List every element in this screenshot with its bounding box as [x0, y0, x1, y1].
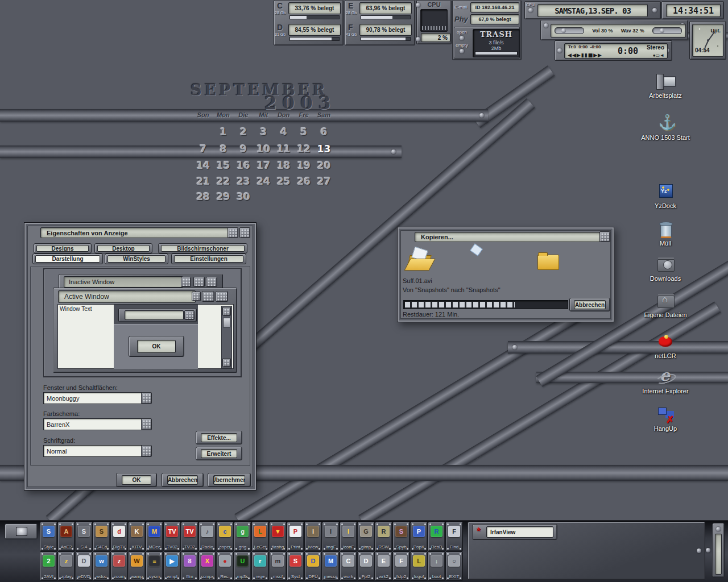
taskbar-scrollbar[interactable] [712, 523, 725, 577]
tab-bildschirmschoner[interactable]: Bildschirmschoner [158, 243, 247, 253]
combo-window-style[interactable]: Moonbuggy [43, 392, 151, 404]
preview-ok-button[interactable]: OK [129, 336, 184, 357]
desktop-icon-anchor[interactable]: ANNO 1503 Start [640, 115, 691, 142]
desktop-icon-computer[interactable]: Arbeitsplatz [640, 73, 691, 100]
dialog-close-button[interactable] [239, 227, 250, 238]
dock-item-zplay[interactable]: zzplay [57, 551, 75, 581]
preview-text-field[interactable] [118, 308, 197, 322]
dock-item-logof[interactable]: Llogof [410, 551, 428, 581]
dock-item-wdvd[interactable]: DwDVD [75, 551, 93, 581]
dock-item-iconf[interactable]: IIconF [340, 522, 357, 551]
dock-item-rec[interactable]: ●Rec. [216, 551, 234, 581]
dock-item-s4[interactable]: SS.4 [75, 522, 93, 551]
player-transport[interactable]: ◀◀▶▮▮■▶▶ [568, 52, 602, 58]
dock-item-find[interactable]: FFind [445, 522, 463, 551]
wave-slider[interactable] [652, 27, 682, 34]
dock-item-imgf[interactable]: IImgF [322, 522, 340, 551]
dialog-minimize-button[interactable] [228, 227, 238, 238]
dock-item-spyb[interactable]: SSpyb [392, 522, 410, 551]
preview-scrollbar[interactable] [221, 306, 232, 368]
button-abbrechen[interactable]: Abbrechen [162, 473, 204, 487]
dock-item-sysm[interactable]: ≡sysm [146, 551, 163, 581]
dock-item-coper[interactable]: ccoper [216, 522, 234, 551]
desktop-icon-netlcr[interactable]: netLCR [640, 333, 691, 360]
preview-window-button[interactable] [192, 292, 201, 301]
dock-item-popk[interactable]: PPopK [410, 522, 428, 551]
dock-item-zoom[interactable]: zzoom [110, 551, 128, 581]
dock-item-tv32[interactable]: TVTV32 [181, 522, 198, 551]
button-bernehmen[interactable]: Übernehmen [208, 473, 251, 487]
dock-item-mdec[interactable]: MMDec [146, 522, 163, 551]
dock-item-mp3s[interactable]: Ump3s [234, 551, 251, 581]
dock-item-aoe2[interactable]: AAoE2 [57, 522, 75, 551]
tab-desktop[interactable]: Desktop [94, 243, 152, 253]
combo-font-size[interactable]: Normal [43, 445, 151, 457]
preview-window-button[interactable] [202, 291, 214, 302]
tab-darstellung[interactable]: Darstellung [32, 253, 103, 264]
desktop-icon-trash[interactable]: Müll [640, 221, 691, 248]
desktop-icon-folder-home[interactable]: Eigene Dateien [640, 292, 691, 319]
volume-slider[interactable] [555, 27, 584, 34]
task-button-irfanview[interactable]: * IrfanView [472, 524, 557, 540]
dock-item-wmpl[interactable]: ▶wmpl [163, 551, 181, 581]
dock-item-iview[interactable]: iiview [304, 522, 322, 551]
dock-item-boot[interactable]: ↓boot [428, 551, 445, 581]
dock-item-leget[interactable]: LLeGet [251, 522, 269, 551]
trash-open-button[interactable] [460, 36, 464, 40]
desktop-icon-ie[interactable]: Internet Explorer [640, 368, 691, 396]
dock-item-rege[interactable]: rrege [251, 551, 269, 581]
combo-dropdown-button[interactable] [141, 418, 152, 430]
preview-window-button[interactable] [216, 291, 228, 302]
button-advanced[interactable]: Erweitert [196, 447, 242, 460]
dock-item-messg[interactable]: Mmessg [322, 551, 340, 581]
dock-item-film[interactable]: 8film [181, 551, 198, 581]
calendar-date: 24 [253, 176, 274, 187]
tab-designs[interactable]: Designs [34, 243, 92, 253]
dock-item-syst[interactable]: SSyst [287, 551, 304, 581]
dock-item-print[interactable]: PPrint [287, 522, 304, 551]
player-extra-buttons[interactable]: ●▭◄ [653, 53, 664, 58]
dock-item-tv02[interactable]: TVTV02 [163, 522, 181, 551]
trash-empty-button[interactable] [460, 49, 464, 53]
dock-item-style[interactable]: SStyle [40, 522, 57, 551]
calendar-date: 27 [313, 176, 334, 187]
dock-item-2avi[interactable]: 22AVI [40, 551, 57, 581]
dock-item-fpl2[interactable]: DFpl2 [357, 551, 375, 581]
dock-item-resb[interactable]: RResB [428, 522, 445, 551]
dock-item-label: Style [39, 544, 58, 550]
preview-window-button[interactable] [206, 277, 217, 287]
combo-dropdown-button[interactable] [141, 445, 152, 457]
tab-einstellungen[interactable]: Einstellungen [171, 253, 246, 264]
dock-item-flashg[interactable]: ▼flashg [269, 522, 287, 551]
dock-item-work[interactable]: Cwork [340, 551, 357, 581]
dock-item-exit[interactable]: ○EXIT [445, 551, 463, 581]
dock-item-wrk2[interactable]: Ewrk2 [375, 551, 392, 581]
dock-item-digtv[interactable]: dDigTV [110, 522, 128, 551]
dock-item-mscf[interactable]: mmscf [269, 551, 287, 581]
dock-item-wdoc[interactable]: wwdoc [93, 551, 110, 581]
start-button[interactable] [5, 523, 38, 539]
dock-item-df[interactable]: DDFÜ [304, 551, 322, 581]
dock-item-rsw[interactable]: RRSW [375, 522, 392, 551]
preview-window-button[interactable] [181, 277, 191, 287]
button-ok[interactable]: OK [116, 473, 157, 487]
desktop-icon-hangup[interactable]: HangUp [640, 406, 691, 433]
combo-color-scheme[interactable]: BarrenX [43, 418, 151, 430]
dock-item-kitv[interactable]: KKITV [128, 522, 146, 551]
dock-item-s4ed[interactable]: SS4Ed [93, 522, 110, 551]
combo-dropdown-button[interactable] [141, 392, 152, 404]
dock-item-radio[interactable]: ♪Radio [198, 522, 216, 551]
dock-item-fstp2[interactable]: Ffstp2 [392, 551, 410, 581]
tab-winstyles[interactable]: WinStyles [105, 253, 168, 264]
dock-item-wamp[interactable]: Wwamp [128, 551, 146, 581]
preview-window-button[interactable] [193, 277, 205, 287]
desktop-icon-folder-globe[interactable]: Downloads [640, 256, 691, 283]
desktop-icon-yzdock[interactable]: YzDock [640, 183, 691, 210]
dock-item-label: RSW [374, 544, 393, 550]
copy-cancel-button[interactable]: Abbrechen [569, 298, 610, 311]
dock-item-gimp[interactable]: Ggimp [357, 522, 375, 551]
copy-dialog-close-button[interactable] [599, 231, 610, 242]
dock-item-grig[interactable]: ggrig [234, 522, 251, 551]
button-effects[interactable]: Effekte... [196, 431, 242, 444]
dock-item-scmpx[interactable]: Xscmpx [198, 551, 216, 581]
